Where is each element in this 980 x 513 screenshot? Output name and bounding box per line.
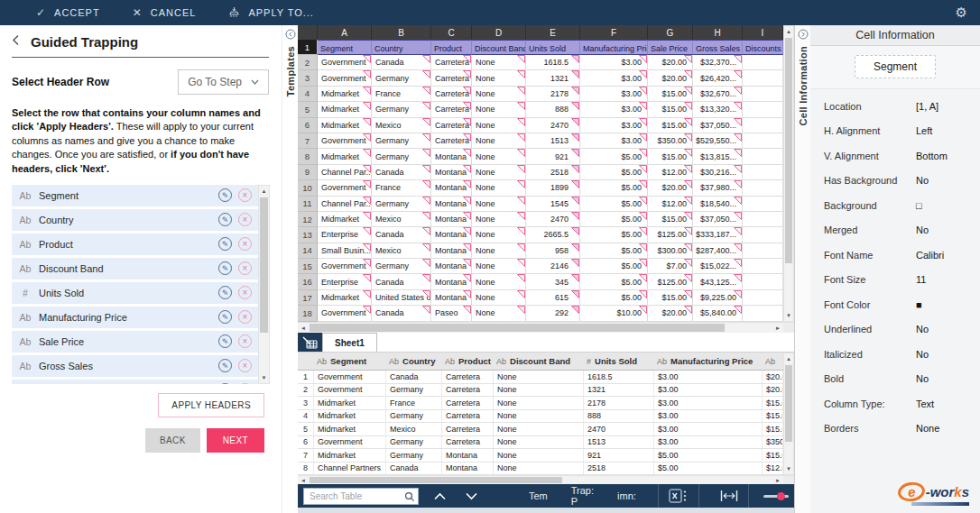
grid-cell[interactable]: $5.00	[580, 243, 648, 259]
grid-cell[interactable]: $37,050...	[693, 212, 743, 227]
grid-cell[interactable]: Montana	[431, 212, 472, 227]
preview-cell[interactable]: Mexico	[386, 423, 442, 435]
preview-cell[interactable]: Canada	[386, 371, 442, 383]
grid-cell[interactable]	[743, 212, 783, 227]
grid-cell[interactable]: Germany	[372, 133, 431, 149]
grid-cell[interactable]: $30,216...	[693, 165, 743, 180]
apply-to-button[interactable]: APPLY TO...	[228, 6, 314, 20]
grid-cell[interactable]: France	[372, 87, 431, 102]
preview-cell[interactable]: Midmarket	[314, 449, 386, 462]
scroll-down-arrow-icon[interactable]: ▼	[784, 463, 793, 474]
preview-cell[interactable]: $20.00	[763, 371, 783, 383]
field-row[interactable]: AbProduct✎×	[12, 234, 258, 255]
grid-row[interactable]: 2GovernmentCanadaCarreteraNone1618.5$3.0…	[298, 55, 783, 70]
grid-cell[interactable]: $37,050...	[693, 118, 743, 133]
grid-cell[interactable]: $9,225.00	[693, 290, 743, 306]
expand-circle-icon[interactable]	[798, 29, 809, 40]
grid-cell[interactable]: $5,840.00	[693, 306, 743, 321]
grid-cell[interactable]: $15.00	[648, 87, 693, 102]
grid-cell[interactable]: Montana	[431, 149, 472, 164]
grid-cell[interactable]: Mexico	[372, 212, 431, 227]
header-cell[interactable]: Discounts	[743, 40, 783, 55]
scroll-down-arrow-icon[interactable]: ▼	[259, 372, 269, 383]
preview-cell[interactable]: $15.00	[763, 410, 783, 423]
grid-cell[interactable]: Montana	[431, 274, 472, 289]
grid-cell[interactable]: Germany	[372, 70, 431, 86]
grid-cell[interactable]	[743, 87, 783, 102]
header-cell[interactable]: Gross Sales	[693, 40, 743, 55]
scroll-up-arrow-icon[interactable]: ▲	[784, 353, 793, 364]
grid-cell[interactable]: $5.00	[580, 274, 648, 289]
preview-cell[interactable]: None	[494, 463, 584, 475]
grid-row[interactable]: 17MidmarketUnited States of Am...Montana…	[298, 290, 783, 306]
column-header-C[interactable]: C	[431, 25, 472, 40]
grid-cell[interactable]: Government	[318, 180, 372, 196]
grid-cell[interactable]: Government	[318, 70, 372, 86]
grid-cell[interactable]: $15.00	[648, 149, 693, 164]
grid-cell[interactable]: $15.00	[648, 212, 693, 227]
grid-cell[interactable]: Montana	[431, 259, 472, 274]
column-width-icon[interactable]	[710, 484, 749, 508]
preview-cell[interactable]: $20.00	[763, 384, 783, 397]
grid-cell[interactable]: Midmarket	[318, 149, 372, 164]
grid-cell[interactable]: 1618.5	[526, 55, 580, 70]
edit-field-icon[interactable]: ✎	[218, 213, 232, 226]
preview-row[interactable]: 7MidmarketGermanyMontanaNone921$5.00$15.…	[298, 449, 783, 463]
grid-vertical-scrollbar[interactable]: ▲ ▼	[783, 25, 794, 322]
preview-cell[interactable]: $3.00	[654, 384, 763, 397]
grid-cell[interactable]: 615	[526, 290, 580, 306]
remove-field-icon[interactable]: ×	[238, 286, 252, 299]
preview-cell[interactable]: Carretera	[442, 423, 494, 435]
grid-row[interactable]: 8MidmarketGermanyMontanaNone921$5.00$15.…	[298, 149, 783, 164]
remove-field-icon[interactable]: ×	[238, 188, 252, 202]
remove-field-icon[interactable]: ×	[238, 359, 252, 372]
preview-cell[interactable]: 921	[584, 449, 654, 462]
grid-cell[interactable]: United States of Am...	[372, 290, 431, 306]
edit-field-icon[interactable]: ✎	[218, 237, 232, 251]
column-header-G[interactable]: G	[648, 25, 693, 40]
grid-cell[interactable]: Carretera	[431, 118, 472, 133]
preview-cell[interactable]: None	[494, 371, 584, 383]
preview-cell[interactable]: Germany	[386, 449, 442, 462]
grid-cell[interactable]	[743, 243, 783, 259]
remove-field-icon[interactable]: ×	[238, 213, 252, 226]
grid-cell[interactable]: Government	[318, 259, 372, 274]
grid-cell[interactable]: $20.00	[648, 180, 693, 196]
grid-cell[interactable]: $43,125...	[693, 274, 743, 289]
grid-cell[interactable]: Midmarket	[318, 290, 372, 306]
preview-cell[interactable]: $12.00	[763, 463, 783, 475]
grid-cell[interactable]: $3.00	[580, 55, 648, 70]
preview-cell[interactable]: 2178	[584, 397, 654, 409]
header-cell[interactable]: Manufacturing Price	[580, 40, 648, 55]
preview-cell[interactable]: Montana	[442, 449, 494, 462]
grid-cell[interactable]: Canada	[372, 274, 431, 289]
grid-cell[interactable]: $125.00	[648, 227, 693, 243]
grid-cell[interactable]: $15.00	[648, 290, 693, 306]
field-row[interactable]: AbGross Sales✎×	[12, 355, 258, 377]
field-row[interactable]: AbSale Price✎×	[12, 331, 258, 353]
grid-header-row[interactable]: 1SegmentCountryProductDiscount BandUnits…	[298, 40, 783, 55]
grid-cell[interactable]: 2470	[526, 118, 580, 133]
grid-cell[interactable]: Paseo	[431, 306, 472, 321]
preview-cell[interactable]: None	[494, 384, 584, 397]
grid-cell[interactable]: None	[472, 102, 526, 117]
grid-cell[interactable]: 1513	[526, 133, 580, 149]
grid-cell[interactable]	[743, 197, 783, 212]
grid-cell[interactable]: $3.00	[580, 133, 648, 149]
find-next-button[interactable]	[461, 492, 482, 500]
grid-cell[interactable]: None	[472, 87, 526, 102]
grid-cell[interactable]: Channel Par...	[318, 165, 372, 180]
grid-cell[interactable]: None	[472, 290, 526, 306]
column-header-E[interactable]: E	[526, 25, 580, 40]
grid-cell[interactable]: 888	[526, 102, 580, 117]
search-table-input[interactable]	[303, 488, 419, 505]
preview-column-header[interactable]: AbDiscount Band	[494, 353, 584, 370]
grid-cell[interactable]	[743, 149, 783, 164]
header-cell[interactable]: Segment	[318, 40, 372, 55]
grid-row[interactable]: 7GovernmentGermanyCarreteraNone1513$3.00…	[298, 133, 783, 149]
preview-row[interactable]: 6GovernmentGermanyCarreteraNone1513$3.00…	[298, 436, 783, 450]
grid-horizontal-scrollbar[interactable]: ◄ ►	[298, 323, 783, 333]
preview-cell[interactable]: $3.00	[654, 423, 763, 435]
grid-cell[interactable]: $12.00	[648, 197, 693, 212]
preview-horizontal-scrollbar[interactable]: ◄ ►	[298, 476, 783, 484]
